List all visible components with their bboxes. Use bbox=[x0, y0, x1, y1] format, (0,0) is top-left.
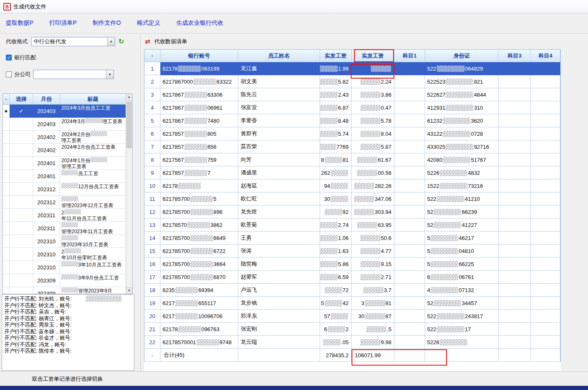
table-row[interactable]: 562178677480李爱香8.485.78612323620 bbox=[144, 114, 560, 127]
list-item[interactable]: 202309管理2023年9月 bbox=[3, 287, 126, 294]
table-row[interactable]: 176217857006870赵爱军6.592.71606761 bbox=[144, 271, 560, 284]
list-item[interactable]: 202311管理2023年11月工资表 bbox=[3, 222, 126, 235]
list-item[interactable]: ◆✓2024032024年3月份员工工资 bbox=[3, 105, 126, 118]
table-row[interactable]: 196217655117龙步铣5423815234457 bbox=[144, 297, 560, 310]
bank-account-cell: 621786763306 bbox=[160, 88, 238, 101]
employee-name-cell: 李爱香 bbox=[238, 114, 320, 127]
table-row[interactable]: 962178577潘盛里26200.5652264832 bbox=[144, 166, 560, 179]
scroll-thumb[interactable] bbox=[126, 101, 132, 148]
total-subject1-cell bbox=[394, 349, 425, 362]
account-suffix: 3664 bbox=[213, 261, 226, 267]
subject3-cell bbox=[499, 153, 531, 166]
row-number: 21 bbox=[144, 323, 160, 336]
subject1-cell bbox=[394, 232, 425, 245]
pay-fragment: 262 bbox=[321, 170, 330, 176]
title-fragment: 管理2023年9月 bbox=[78, 288, 112, 294]
table-row[interactable]: 2621786700063322胡文美5.822.24522523821 bbox=[144, 75, 560, 88]
scroll-down-button[interactable]: ▼ bbox=[126, 287, 132, 294]
id-number-cell: 43302592716 bbox=[425, 140, 499, 153]
table-row[interactable]: 162178063199龙江鑫1.96522064829 bbox=[144, 62, 560, 75]
checkbox-unchecked-icon[interactable] bbox=[6, 71, 12, 77]
redaction-mosaic bbox=[446, 92, 473, 98]
toolbar-button[interactable]: 生成农业银行代收 bbox=[176, 19, 223, 27]
row-check-cell bbox=[10, 209, 33, 222]
list-item[interactable]: 2023093年9月份员工工资 bbox=[3, 274, 126, 287]
table-row[interactable]: 166217857003664陆世梅5.869.15566225 bbox=[144, 258, 560, 271]
list-scrollbar[interactable]: ▲ ▼ bbox=[126, 94, 132, 294]
format-label: 代收格式 bbox=[6, 38, 28, 45]
net-pay2-cell: 282.26 bbox=[352, 179, 394, 192]
bank-account-cell: 6217857005 bbox=[160, 192, 238, 206]
table-row[interactable]: 66217857805黄群有5.748.04431220728 bbox=[144, 127, 560, 140]
table-row[interactable]: 13621785703862欧景菊2.7463.955241227 bbox=[144, 219, 560, 232]
table-row[interactable]: 18623569394卢远飞723.7407132 bbox=[144, 284, 560, 297]
table-row[interactable]: 3621786763306陈先云2.433.865226274844 bbox=[144, 88, 560, 101]
list-item[interactable]: 202310理2023年10月工资表 bbox=[3, 235, 126, 248]
list-item[interactable]: 2024012024年1月份管理工资表 bbox=[3, 157, 126, 170]
account-suffix: 10096706 bbox=[198, 313, 223, 319]
table-row[interactable]: 86217567759向芳88161.674208051767 bbox=[144, 153, 560, 166]
id-suffix: 3620 bbox=[471, 118, 483, 124]
table-row[interactable]: 1062178赵海廷94282.26152273216 bbox=[144, 179, 560, 192]
toolbar-button[interactable]: 制作文件O bbox=[93, 19, 121, 27]
bank-account-cell: 62178577 bbox=[160, 166, 238, 179]
id-prefix: 61232 bbox=[427, 118, 442, 124]
pay-fragment: 81 bbox=[386, 300, 391, 306]
id-prefix: 5226 bbox=[427, 170, 439, 176]
list-item[interactable]: 202312管理2023年12月工资表 bbox=[3, 196, 126, 209]
subject4-cell bbox=[531, 258, 560, 271]
row-marker bbox=[3, 222, 10, 235]
table-row[interactable]: 146217857006649王勇1.0650.6546217 bbox=[144, 232, 560, 245]
table-row[interactable]: 156217857006722张涛1.634.77504810 bbox=[144, 245, 560, 258]
list-item[interactable]: 20231212月份员工工资表 bbox=[3, 183, 126, 196]
title-fragment: 12月份员工工资表 bbox=[78, 184, 119, 190]
list-item[interactable]: 2023112年11月份员工工资表 bbox=[3, 209, 126, 222]
checkbox-checked-icon[interactable]: ✓ bbox=[6, 55, 12, 61]
pay-fragment: 8.04 bbox=[381, 131, 391, 137]
id-suffix: 66225 bbox=[459, 261, 474, 267]
row-marker bbox=[3, 209, 10, 222]
table-row[interactable]: 12621785700896龙先煜92303.945266239 bbox=[144, 206, 560, 219]
redaction-mosaic bbox=[446, 144, 473, 150]
mismatch-message: 开户行不匹配: 冯龙，账号: bbox=[4, 342, 132, 348]
row-check-cell bbox=[10, 248, 33, 261]
branch-combobox[interactable]: ▼ bbox=[33, 70, 114, 79]
id-number-cell: 546217 bbox=[425, 232, 499, 245]
chevron-down-icon[interactable]: ▼ bbox=[107, 37, 115, 46]
bank-match-checkbox-row[interactable]: ✓ 银行匹配 bbox=[6, 54, 36, 61]
list-item[interactable]: 2024032024年3月理工资表 bbox=[3, 118, 126, 131]
toolbar-button[interactable]: 格式定义 bbox=[137, 19, 160, 27]
account-suffix: 7 bbox=[207, 170, 210, 176]
table-row[interactable]: 22621785700019748龙云端.059.985226 bbox=[144, 336, 560, 349]
chevron-down-icon[interactable]: ▼ bbox=[106, 70, 113, 79]
redaction-mosaic bbox=[437, 196, 465, 202]
format-combobox[interactable]: 中行公账代发 ▼ bbox=[31, 37, 115, 46]
toolbar-button[interactable]: 提取数据P bbox=[6, 19, 33, 27]
list-item[interactable]: 202401员工工资 bbox=[3, 170, 126, 183]
table-row[interactable]: 20621710096706郑泽东573087522243817 bbox=[144, 310, 560, 323]
main-area: 代收格式 中行公账代发 ▼ ↻ ✓ 银行匹配 分公司 ▼ bbox=[0, 34, 588, 372]
table-row[interactable]: 2162178096763张宏刚62.552217 bbox=[144, 323, 560, 336]
scroll-track[interactable] bbox=[126, 100, 132, 287]
account-suffix: 759 bbox=[207, 157, 217, 163]
net-pay2-cell: 381 bbox=[352, 297, 394, 310]
list-item[interactable]: 2024022024年2月份员工工资表 bbox=[3, 144, 126, 157]
subject4-cell bbox=[531, 323, 560, 336]
mismatch-message: 开户行不匹配: 周章玉，账号: bbox=[4, 322, 132, 329]
scroll-up-button[interactable]: ▲ bbox=[126, 94, 132, 100]
redaction-mosaic bbox=[430, 287, 458, 293]
refresh-icon[interactable]: ↻ bbox=[118, 38, 124, 45]
pay-fragment: 5.78 bbox=[381, 118, 391, 124]
list-item[interactable]: 2023103年10月员工工资表 bbox=[3, 261, 126, 274]
table-row[interactable]: 76217857656莫百荣77695.8743302592716 bbox=[144, 140, 560, 153]
row-marker bbox=[3, 261, 10, 274]
list-item[interactable]: 2024022024年2月份理工资表 bbox=[3, 131, 126, 144]
toolbar-button[interactable]: 打印清单P bbox=[49, 19, 76, 27]
list-item[interactable]: 2023102年10月份零时工资表 bbox=[3, 248, 126, 261]
net-pay-cell: .05 bbox=[320, 336, 352, 349]
table-row[interactable]: 116217857005欧仁旺30347.0652241210 bbox=[144, 192, 560, 206]
subject1-cell bbox=[394, 101, 425, 114]
subject1-cell bbox=[394, 206, 425, 219]
net-pay2-cell: 50.6 bbox=[352, 232, 394, 245]
table-row[interactable]: 4621786706961张富堂6.870.47412931310 bbox=[144, 101, 560, 114]
